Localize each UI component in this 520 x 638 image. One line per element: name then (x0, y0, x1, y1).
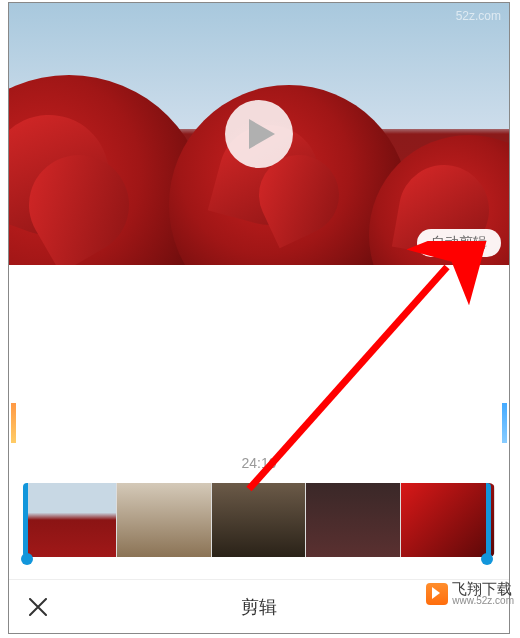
auto-edit-label: 自动剪辑 (431, 234, 487, 250)
play-icon (249, 119, 275, 149)
play-button[interactable] (225, 100, 293, 168)
annotation-arrow (189, 241, 489, 501)
gradient-accent-right (502, 403, 507, 443)
trim-handle-right[interactable] (481, 553, 493, 565)
watermark-icon (426, 583, 448, 605)
timeline-thumb[interactable] (23, 483, 117, 557)
editor-frame: 52z.com 自动剪辑 24:10 (8, 2, 510, 634)
trim-bar-left[interactable] (23, 483, 28, 557)
timeline-thumb[interactable] (401, 483, 495, 557)
trim-handle-left[interactable] (21, 553, 33, 565)
timecode: 24:10 (241, 455, 276, 471)
timeline-thumb[interactable] (306, 483, 400, 557)
watermark-brand: 飞翔下载 (452, 581, 514, 596)
timeline-thumb[interactable] (212, 483, 306, 557)
auto-edit-button[interactable]: 自动剪辑 (417, 229, 501, 257)
site-watermark: 飞翔下载 www.52z.com (426, 581, 514, 606)
video-preview[interactable]: 52z.com 自动剪辑 (9, 3, 509, 265)
corner-watermark: 52z.com (456, 9, 501, 23)
watermark-url: www.52z.com (452, 596, 514, 606)
trim-bar-right[interactable] (486, 483, 491, 557)
gradient-accent-left (11, 403, 16, 443)
timeline-thumb[interactable] (117, 483, 211, 557)
svg-line-0 (249, 267, 447, 489)
timeline[interactable] (23, 483, 495, 557)
